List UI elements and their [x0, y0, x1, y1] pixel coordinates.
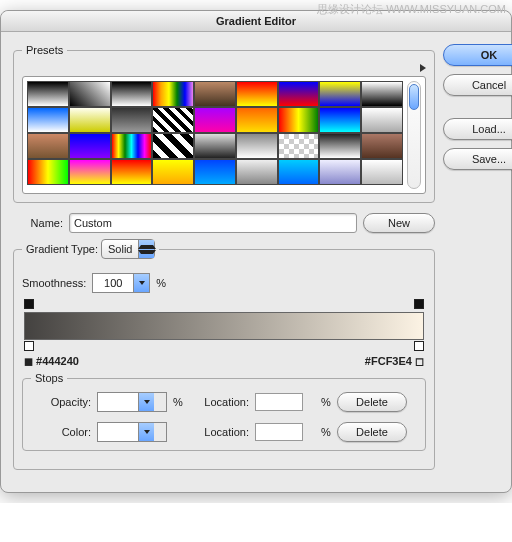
color-stop-left[interactable] — [24, 341, 34, 351]
left-color-code: ◼ #444240 — [24, 355, 79, 368]
preset-swatch[interactable] — [361, 81, 403, 107]
opacity-field[interactable] — [97, 392, 167, 412]
right-color-code: #FCF3E4 ◻ — [365, 355, 424, 368]
gradient-type-label: Gradient Type: — [26, 243, 98, 255]
preset-swatch[interactable] — [27, 81, 69, 107]
preset-swatch[interactable] — [194, 107, 236, 133]
preset-swatch[interactable] — [361, 107, 403, 133]
preset-swatch[interactable] — [27, 159, 69, 185]
color-field[interactable] — [97, 422, 167, 442]
preset-swatch[interactable] — [194, 159, 236, 185]
stops-fieldset: Stops Opacity: % Location: % Delete Colo… — [22, 372, 426, 451]
location-label: Location: — [189, 426, 249, 438]
gradient-bar[interactable] — [24, 312, 424, 340]
dropdown-icon[interactable] — [138, 423, 154, 441]
preset-swatch[interactable] — [152, 159, 194, 185]
delete-opacity-stop-button[interactable]: Delete — [337, 392, 407, 412]
preset-swatch[interactable] — [236, 133, 278, 159]
save-button[interactable]: Save... — [443, 148, 512, 170]
color-label: Color: — [31, 426, 91, 438]
delete-color-stop-button[interactable]: Delete — [337, 422, 407, 442]
preset-swatch[interactable] — [361, 133, 403, 159]
smoothness-input[interactable] — [93, 274, 133, 292]
preset-swatch[interactable] — [194, 133, 236, 159]
opacity-stop-right[interactable] — [414, 299, 424, 309]
preset-swatch[interactable] — [278, 133, 320, 159]
gradient-type-select[interactable]: Solid — [101, 239, 155, 259]
preset-swatch[interactable] — [111, 107, 153, 133]
opacity-input[interactable] — [98, 393, 138, 411]
gradient-type-value: Solid — [102, 243, 138, 255]
color-stop-right[interactable] — [414, 341, 424, 351]
preset-swatch[interactable] — [194, 81, 236, 107]
pct-label: % — [173, 396, 183, 408]
pct-label: % — [321, 426, 331, 438]
preset-swatch[interactable] — [111, 133, 153, 159]
preset-swatch[interactable] — [69, 107, 111, 133]
preset-swatch[interactable] — [111, 81, 153, 107]
presets-legend: Presets — [22, 44, 67, 56]
smoothness-field[interactable] — [92, 273, 150, 293]
gradient-type-legend: Gradient Type: Solid — [22, 239, 159, 259]
preset-swatch[interactable] — [69, 159, 111, 185]
presets-flyout-icon[interactable] — [420, 64, 426, 72]
preset-swatch[interactable] — [152, 133, 194, 159]
preset-grid[interactable] — [27, 81, 403, 189]
load-button[interactable]: Load... — [443, 118, 512, 140]
preset-swatch[interactable] — [111, 159, 153, 185]
location-input-1[interactable] — [255, 393, 303, 411]
smoothness-label: Smoothness: — [22, 277, 86, 289]
watermark-text: 思缘设计论坛 WWW.MISSYUAN.COM — [317, 2, 506, 17]
preset-swatch[interactable] — [361, 159, 403, 185]
name-input[interactable] — [69, 213, 357, 233]
color-input[interactable] — [98, 423, 138, 441]
preset-swatch[interactable] — [319, 81, 361, 107]
preset-swatch[interactable] — [278, 159, 320, 185]
opacity-stop-left[interactable] — [24, 299, 34, 309]
stops-legend: Stops — [31, 372, 67, 384]
gradient-editor-window: Gradient Editor Presets — [0, 10, 512, 493]
preset-swatch[interactable] — [319, 159, 361, 185]
location-label: Location: — [189, 396, 249, 408]
preset-swatch[interactable] — [69, 81, 111, 107]
pct-label: % — [321, 396, 331, 408]
scrollbar-thumb[interactable] — [409, 84, 419, 110]
preset-swatch[interactable] — [319, 133, 361, 159]
pct-label: % — [156, 277, 166, 289]
new-button[interactable]: New — [363, 213, 435, 233]
preset-swatch[interactable] — [27, 107, 69, 133]
preset-swatch[interactable] — [236, 107, 278, 133]
location-input-2[interactable] — [255, 423, 303, 441]
ok-button[interactable]: OK — [443, 44, 512, 66]
preset-scrollbar[interactable] — [407, 81, 421, 189]
preset-swatch[interactable] — [152, 107, 194, 133]
presets-fieldset: Presets — [13, 44, 435, 203]
preset-swatch[interactable] — [236, 159, 278, 185]
preset-swatch[interactable] — [278, 81, 320, 107]
name-label: Name: — [13, 217, 63, 229]
preset-swatch[interactable] — [69, 133, 111, 159]
preset-swatch[interactable] — [27, 133, 69, 159]
preset-swatch[interactable] — [236, 81, 278, 107]
preset-swatch[interactable] — [278, 107, 320, 133]
preset-swatch[interactable] — [152, 81, 194, 107]
cancel-button[interactable]: Cancel — [443, 74, 512, 96]
dropdown-icon[interactable] — [138, 393, 154, 411]
gradient-type-fieldset: Gradient Type: Solid Smoothness: % — [13, 239, 435, 470]
preset-swatch[interactable] — [319, 107, 361, 133]
dropdown-icon[interactable] — [133, 274, 149, 292]
opacity-label: Opacity: — [31, 396, 91, 408]
